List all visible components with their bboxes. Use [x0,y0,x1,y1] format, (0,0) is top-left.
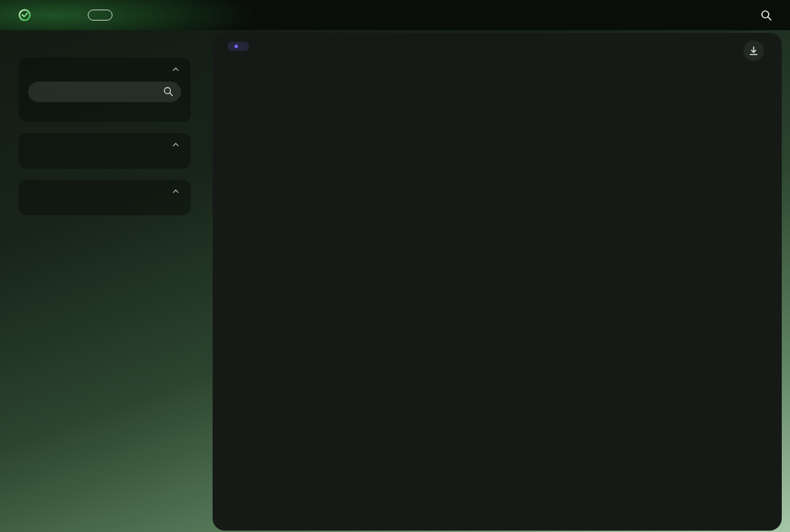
category-search-input[interactable] [28,82,181,102]
chart-panel [213,33,782,531]
download-button[interactable] [743,40,764,61]
search-icon [163,86,173,99]
data-source-filter-card [19,180,191,215]
legend-chip-all-categories[interactable] [228,42,249,51]
data-source-card-header[interactable] [28,190,181,194]
filters-sidebar [19,44,191,226]
series-dot-icon [235,45,238,48]
chevron-up-icon [173,143,178,148]
sberindex-pro-button[interactable] [88,10,112,21]
periodicity-filter-card [19,133,191,169]
download-icon [749,46,758,56]
search-icon[interactable] [761,10,772,21]
chevron-up-icon [173,189,178,195]
category-card-header[interactable] [28,68,181,72]
header-right [737,10,772,21]
sber-ring-check-icon [18,8,32,22]
category-filter-card [19,58,191,122]
line-chart [213,33,782,531]
top-navbar [0,0,790,30]
chevron-up-icon [173,67,178,73]
periodicity-card-header[interactable] [28,143,181,147]
sberindex-logo[interactable] [18,8,37,22]
